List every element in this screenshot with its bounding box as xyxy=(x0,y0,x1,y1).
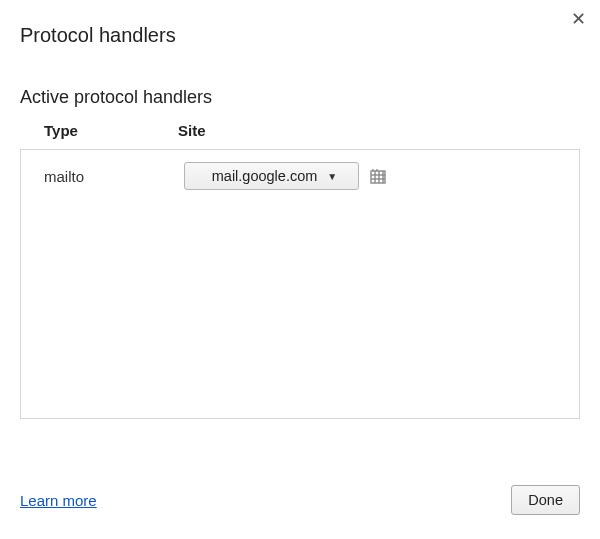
table-row: mailto mail.google.com ▼ xyxy=(26,162,574,190)
section-title: Active protocol handlers xyxy=(0,47,600,108)
handlers-table: mailto mail.google.com ▼ xyxy=(20,149,580,419)
handler-type: mailto xyxy=(26,168,184,185)
column-header-type: Type xyxy=(20,122,178,139)
table-header: Type Site xyxy=(0,108,600,149)
learn-more-link[interactable]: Learn more xyxy=(20,492,97,509)
close-icon: ✕ xyxy=(571,9,586,29)
manage-handler-icon[interactable] xyxy=(369,167,387,185)
dialog-footer: Learn more Done xyxy=(20,485,580,515)
site-dropdown[interactable]: mail.google.com ▼ xyxy=(184,162,359,190)
close-button[interactable]: ✕ xyxy=(571,10,586,28)
chevron-down-icon: ▼ xyxy=(327,171,337,182)
column-header-site: Site xyxy=(178,122,580,139)
dialog-title: Protocol handlers xyxy=(0,0,600,47)
done-button[interactable]: Done xyxy=(511,485,580,515)
site-dropdown-label: mail.google.com xyxy=(212,168,318,184)
